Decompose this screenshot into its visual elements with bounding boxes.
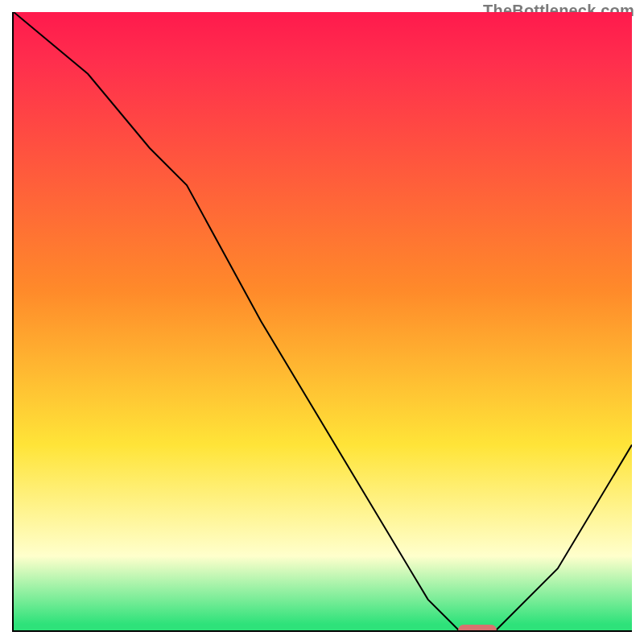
plot-area bbox=[12, 12, 632, 632]
bottleneck-curve bbox=[14, 12, 632, 630]
optimum-marker bbox=[458, 625, 497, 632]
bottleneck-chart: TheBottleneck.com bbox=[0, 0, 644, 644]
